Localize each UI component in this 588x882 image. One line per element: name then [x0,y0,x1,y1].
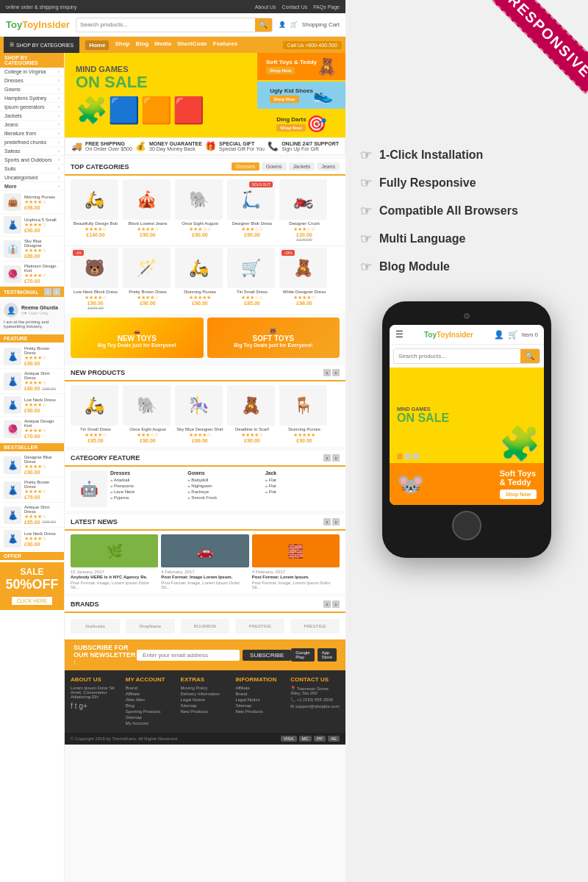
phone-account-icon[interactable]: 👤 [494,330,504,340]
product-card-7[interactable]: 🪄 Pretty Brown Dress ★★★★☆ £90.00 [123,248,173,310]
top-bar-about[interactable]: About Us [255,4,276,10]
cat-feat-dresses-1[interactable]: » Anarkali [110,477,184,483]
footer-social-tw[interactable]: t [75,702,77,710]
sidebar-product-1[interactable]: 👜 Morning Purses ★★★★☆ £98.00 [0,191,64,214]
google-play-badge[interactable]: Google Play [291,648,314,662]
cat-saleas[interactable]: Saleas › [0,147,64,156]
nav-blog[interactable]: Blog [135,40,148,50]
feature-product-2[interactable]: 👗 Antique Shirt Dress ★★★★☆ £80.00 £98.0… [0,369,64,394]
shop-now-btn-phone[interactable]: Shop Now [500,490,537,499]
promo-banner-soft-toys[interactable]: 🐻 SOFT TOYS Big Toy Deals just for Every… [207,318,340,358]
news-card-2[interactable]: 🚗 4 February, 2017 Post Format: Image Lo… [161,534,248,589]
new-product-2[interactable]: 🐘 Once Eight August ★★★☆☆ £90.00 [123,385,173,443]
footer-social-gp[interactable]: g+ [79,702,87,710]
category-feature-nav[interactable]: ‹ › [323,454,340,462]
footer-account-affiliate[interactable]: Affiliate [126,692,175,696]
cat-feat-prev[interactable]: ‹ [323,454,331,462]
phone-search-input[interactable] [394,350,520,362]
phone-hamburger-icon[interactable]: ☰ [395,329,404,340]
cat-jeans[interactable]: Jeans › [0,121,64,129]
shop-now-btn-3[interactable]: Shop Now [276,124,305,132]
footer-extras-new[interactable]: New Products [181,709,230,714]
shop-now-btn-1[interactable]: Shop Now [266,67,295,74]
footer-account-myaccount[interactable]: My Account [126,721,175,725]
product-card-4[interactable]: 🛴 SOLD OUT Designer Blok Dress ★★★☆☆ £90… [227,179,277,242]
cat-college[interactable]: College in Virginia › [0,68,64,76]
product-card-1[interactable]: 🛵 Beautifully Design Bob ★★★★☆ £140.00 [71,179,121,242]
cat-feat-gowns-4[interactable]: » Smock Frock [187,495,262,501]
cat-feat-dresses-4[interactable]: » Pyjama [110,495,184,501]
bestseller-product-4[interactable]: 👗 Loe Neck Dress ★★★★☆ £90.00 [0,528,64,551]
footer-account-brand[interactable]: Brand [126,686,175,690]
bestseller-product-2[interactable]: 👗 Pretty Brown Dress ★★★★☆ £79.00 [0,478,64,503]
brands-prev[interactable]: ‹ [323,600,331,608]
footer-info-brand[interactable]: Brand [235,692,284,696]
hero-dot-2[interactable] [405,453,411,459]
top-bar-contact[interactable]: Contact Us [282,4,308,10]
product-card-10[interactable]: 🧸 -19% White Designer Dress ★★★★☆ £98.00 [279,248,329,310]
cat-feat-gowns-2[interactable]: » Nightgown [187,483,262,489]
latest-news-nav[interactable]: ‹ › [323,518,340,526]
cat-gowns[interactable]: Gowns › [0,85,64,94]
tab-jackets[interactable]: Jackets [289,162,315,171]
testimonial-nav[interactable]: ‹ › [44,288,60,295]
footer-info-affiliate[interactable]: Affiliate [235,686,284,690]
nav-media[interactable]: Media [154,40,171,50]
new-product-5[interactable]: 🪑 Stunning Purses ★★★★★ £90.00 [279,385,329,443]
footer-contact-email[interactable]: ✉ support@shopbiz.com [290,703,340,709]
testimonial-prev[interactable]: ‹ [44,288,51,295]
brand-3[interactable]: BOURBON [181,619,230,634]
product-card-6[interactable]: 🐻 -1% Low Neck Block Dress ★★★★☆ £90.00 … [71,248,121,310]
top-bar-faq[interactable]: FAQs Page [313,4,340,10]
promo-banner-new-toys[interactable]: 🚗 NEW TOYS Big Toy Deals just for Everyo… [71,318,204,358]
product-card-8[interactable]: 🛵 Stunning Purses ★★★★★ £90.00 [175,248,225,310]
app-store-badge[interactable]: App Store [318,648,337,662]
tab-gowns[interactable]: Gowns [262,162,287,171]
footer-extras-legal[interactable]: Legal Notice [181,698,230,702]
account-icon[interactable]: 👤 [279,21,286,28]
cat-feat-jack-3[interactable]: » Flat [265,489,340,495]
cat-feat-gowns-1[interactable]: » Babydoll [187,477,262,483]
news-next[interactable]: › [332,518,340,526]
cat-feat-gowns-3[interactable]: » Racheye [187,489,262,495]
product-card-5[interactable]: 🏍️ Designer Crush ★★★☆☆ £20.00 £120.00 [279,179,329,242]
new-products-prev[interactable]: ‹ [323,369,331,376]
new-product-1[interactable]: 🛵 Tin Small Dress ★★★★☆ £85.00 [71,385,121,443]
shop-by-categories[interactable]: ☰ SHOP BY CATEGORIES [4,37,79,53]
cat-more[interactable]: More › [0,182,64,191]
brands-nav[interactable]: ‹ › [323,600,340,608]
phone-search-button[interactable]: 🔍 [520,349,539,363]
cart-icon[interactable]: 🛒 [290,21,298,28]
brands-next[interactable]: › [332,600,340,608]
newsletter-subscribe-btn[interactable]: SUBSCRIBE [243,650,291,661]
footer-account-blog[interactable]: Blog [126,703,175,708]
hero-dot-3[interactable] [413,453,419,459]
new-products-nav[interactable]: ‹ › [323,369,340,376]
brand-4[interactable]: PRESTIGE [235,619,284,634]
cat-sports[interactable]: Sports and Outdoors › [0,156,64,165]
cat-uncategorised[interactable]: Uncategorised › [0,173,64,182]
footer-info-sitemap[interactable]: Sitemap [235,703,284,708]
phone-home-button[interactable] [452,511,481,540]
footer-account-aftermen[interactable]: After Men [126,698,175,702]
newsletter-email-input[interactable] [137,650,240,661]
sidebar-product-4[interactable]: 🧶 Platinum Design Knit ★★★★☆ £70.00 [0,262,64,287]
cat-hampton[interactable]: Hamptons Sydney › [0,94,64,103]
new-products-next[interactable]: › [332,369,340,376]
cat-feat-dresses-2[interactable]: » Pompoms [110,483,184,489]
nav-shop[interactable]: Shop [115,40,129,50]
nav-shortcode[interactable]: ShortCode [177,40,207,50]
sidebar-product-3[interactable]: 👔 Sky Blue Designer ★★★★☆ £89.00 [0,237,64,262]
nav-features[interactable]: Features [213,40,237,50]
cat-literature[interactable]: literature from › [0,129,64,138]
product-card-3[interactable]: 🐘 Once Eight August ★★★☆☆ £90.00 [175,179,225,242]
cat-feat-next[interactable]: › [332,454,340,462]
cat-ipsum[interactable]: Ipsum generators › [0,103,64,112]
site-search-input[interactable] [76,20,255,29]
footer-info-legal[interactable]: Legal Notice [235,698,284,702]
cat-feat-dresses-3[interactable]: » Lace Neck [110,489,184,495]
feature-product-3[interactable]: 👗 Loe Neck Dress ★★★★☆ £90.00 [0,394,64,417]
product-card-2[interactable]: 🎪 Block Lowest Jeans ★★★★☆ £90.00 [123,179,173,242]
site-search-button[interactable]: 🔍 [255,18,272,32]
hero-dot-1[interactable] [397,453,403,459]
